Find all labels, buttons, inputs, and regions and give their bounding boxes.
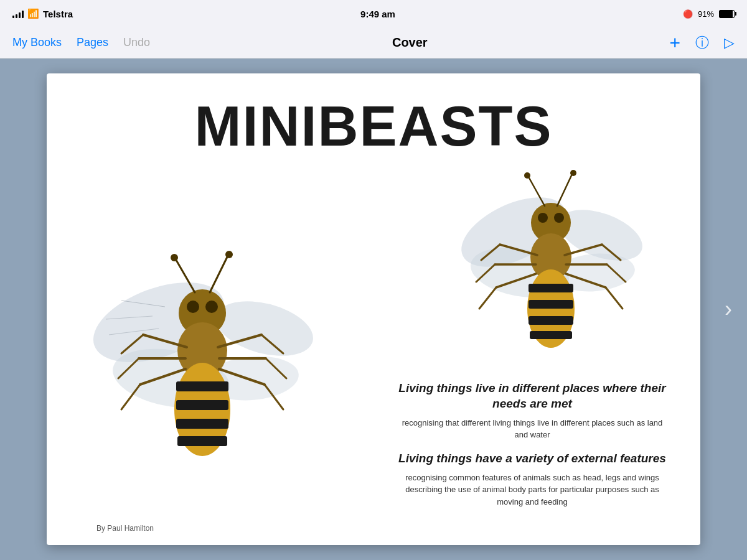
my-books-link[interactable]: My Books <box>12 36 62 49</box>
carrier-name: Telstra <box>43 9 73 19</box>
body-text-1: recognising that different living things… <box>395 417 669 441</box>
next-page-arrow[interactable]: › <box>716 291 741 328</box>
chevron-right-icon: › <box>725 296 732 322</box>
battery-percent: 91% <box>698 9 714 19</box>
svg-line-57 <box>606 287 622 309</box>
body-text-2: recognising common features of animals s… <box>395 472 669 508</box>
status-bar: 📶 Telstra 9:49 am 🔴 91% <box>0 0 747 27</box>
battery-icon <box>719 10 735 18</box>
battery-fill <box>720 11 733 17</box>
heading-1: Living things live in different places w… <box>395 381 669 411</box>
svg-line-51 <box>479 287 496 309</box>
bluetooth-icon: 🔴 <box>683 9 693 19</box>
signal-bar-2 <box>16 14 17 18</box>
signal-bar-3 <box>19 12 21 18</box>
heading-2: Living things have a variety of external… <box>395 451 669 467</box>
svg-point-13 <box>174 363 230 456</box>
pages-link[interactable]: Pages <box>77 36 108 49</box>
status-time: 9:49 am <box>360 9 395 19</box>
svg-point-39 <box>554 213 564 223</box>
text-content-area: Living things live in different places w… <box>395 381 669 508</box>
nav-right: + ⓘ ▷ <box>669 32 735 54</box>
undo-button[interactable]: Undo <box>123 36 150 49</box>
wifi-icon: 📶 <box>27 8 39 19</box>
svg-point-61 <box>570 170 576 176</box>
signal-bar-1 <box>12 16 14 18</box>
svg-point-27 <box>171 254 178 261</box>
bee-left-illustration <box>84 198 321 497</box>
svg-rect-42 <box>529 284 573 292</box>
signal-bars <box>12 9 24 18</box>
svg-point-5 <box>187 301 199 313</box>
info-button[interactable]: ⓘ <box>695 34 709 52</box>
svg-rect-45 <box>530 331 572 339</box>
svg-point-38 <box>538 213 548 223</box>
status-right: 🔴 91% <box>683 9 735 19</box>
signal-bar-4 <box>22 11 24 18</box>
book-page: MINIBEASTS <box>47 73 700 545</box>
svg-point-59 <box>524 172 530 179</box>
svg-point-29 <box>225 251 233 258</box>
svg-line-60 <box>557 175 571 206</box>
nav-bar: My Books Pages Undo Cover + ⓘ ▷ <box>0 27 747 58</box>
nav-title: Cover <box>392 35 428 50</box>
bee-right-illustration <box>451 136 651 372</box>
svg-rect-43 <box>529 300 573 309</box>
svg-rect-44 <box>529 316 573 325</box>
svg-point-6 <box>205 301 218 313</box>
main-area: MINIBEASTS <box>0 58 747 560</box>
status-left: 📶 Telstra <box>12 8 73 19</box>
svg-line-28 <box>210 257 227 292</box>
nav-left: My Books Pages Undo <box>12 36 150 49</box>
author-label: By Paul Hamilton <box>96 524 154 533</box>
add-button[interactable]: + <box>669 32 680 54</box>
play-button[interactable]: ▷ <box>724 35 735 51</box>
